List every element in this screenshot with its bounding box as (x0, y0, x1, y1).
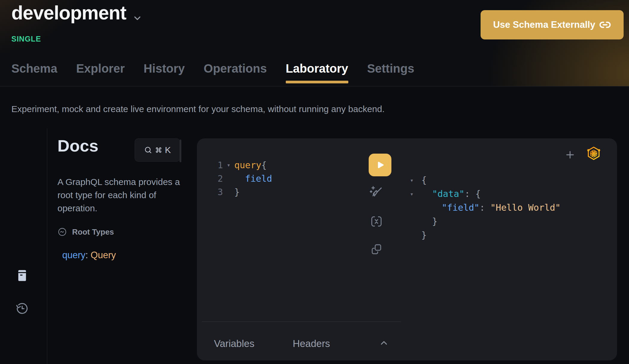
docs-scrollbar[interactable] (180, 140, 181, 162)
fold-toggle-icon[interactable]: ▾ (410, 187, 421, 201)
tab-laboratory[interactable]: Laboratory (286, 62, 348, 83)
main-nav-tabs: Schema Explorer History Operations Labor… (11, 62, 414, 83)
chevron-down-icon[interactable] (132, 13, 142, 23)
response-line-4: } (410, 215, 560, 228)
query-line-1: 1▾query{ (209, 158, 272, 172)
root-types-label: Root Types (72, 227, 114, 237)
query-line-3: 3} (209, 185, 272, 199)
collapse-footer-button[interactable] (379, 338, 389, 348)
response-line-2: ▾"data": { (410, 187, 560, 201)
merge-fragments-button[interactable] (370, 215, 383, 228)
copy-query-button[interactable] (370, 243, 382, 255)
editor-footer-divider (202, 322, 401, 322)
search-shortcut-key: K (165, 145, 171, 155)
fold-toggle-icon[interactable]: ▾ (223, 158, 234, 172)
tab-operations[interactable]: Operations (204, 62, 267, 83)
add-tab-button[interactable] (564, 149, 576, 160)
chevron-up-icon (379, 338, 389, 348)
query-line-2: 2field (209, 172, 272, 185)
use-schema-externally-button[interactable]: Use Schema Externally (481, 10, 624, 39)
history-icon (16, 302, 29, 315)
merge-icon (370, 215, 383, 228)
editor-footer-tabs: Variables Headers (214, 338, 330, 349)
copy-icon (370, 243, 382, 255)
graphiql-panel: 1▾query{ 2field 3} (197, 138, 617, 360)
command-icon (155, 146, 162, 154)
use-schema-externally-label: Use Schema Externally (493, 19, 595, 30)
book-icon (16, 269, 29, 282)
tab-schema[interactable]: Schema (11, 62, 57, 83)
response-line-5: } (410, 228, 560, 242)
response-viewer: ▾{ ▾"data": { "field": "Hello World" } } (410, 173, 560, 242)
search-icon (144, 146, 152, 154)
response-line-3: "field": "Hello World" (410, 201, 560, 215)
tab-history[interactable]: History (144, 62, 185, 83)
root-type-query-entry[interactable]: query: Query (62, 250, 116, 261)
hive-logo-icon[interactable] (586, 146, 601, 161)
plus-icon (564, 149, 576, 160)
page-subtitle: Experiment, mock and create live environ… (11, 104, 385, 114)
root-type-name[interactable]: query (62, 250, 86, 260)
root-types-section: Root Types (57, 227, 114, 237)
response-line-1: ▾{ (410, 173, 560, 187)
variables-tab[interactable]: Variables (214, 338, 254, 349)
prettify-query-button[interactable] (369, 184, 383, 198)
execute-query-button[interactable] (369, 154, 391, 176)
page-header: development SINGLE Use Schema Externally… (0, 0, 629, 86)
sidebar-history-button[interactable] (16, 302, 29, 315)
laboratory-sidebar (0, 129, 47, 364)
root-type-link[interactable]: Query (91, 250, 116, 260)
workspace-title: development (11, 2, 126, 24)
docs-description: A GraphQL schema provides a root type fo… (57, 175, 194, 215)
root-types-icon (57, 227, 67, 237)
tab-settings[interactable]: Settings (367, 62, 414, 83)
fold-toggle-icon[interactable]: ▾ (410, 173, 421, 187)
magic-broom-icon (369, 184, 383, 198)
docs-panel-title: Docs (57, 136, 98, 155)
sidebar-docs-button[interactable] (16, 269, 29, 282)
tab-explorer[interactable]: Explorer (76, 62, 124, 83)
play-icon (374, 159, 386, 171)
headers-tab[interactable]: Headers (293, 338, 330, 349)
query-editor[interactable]: 1▾query{ 2field 3} (209, 158, 272, 199)
link-icon (599, 19, 611, 31)
environment-badge: SINGLE (11, 35, 41, 43)
docs-search-button[interactable]: K (135, 138, 180, 162)
